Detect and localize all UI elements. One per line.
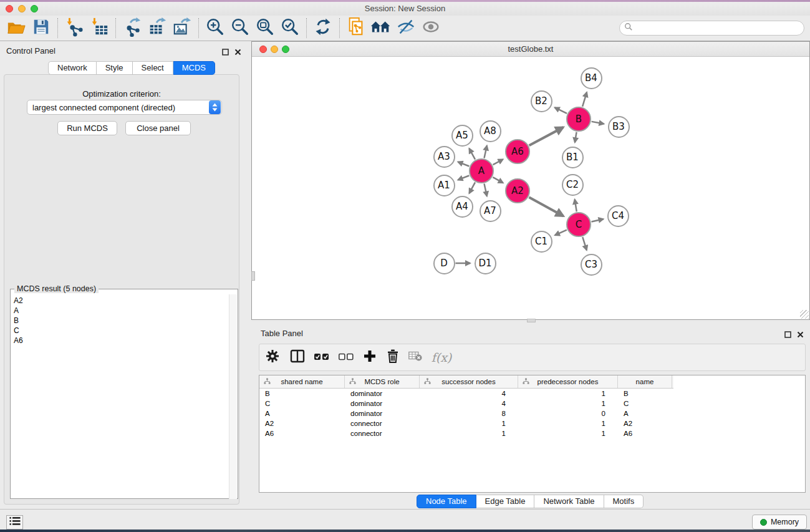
graph-node-B3[interactable]: B3 (608, 116, 630, 138)
float-table-panel-icon[interactable] (784, 329, 791, 341)
edge-B-B3[interactable] (592, 122, 604, 124)
hide-columns-button[interactable] (334, 346, 358, 369)
close-window-button[interactable] (6, 5, 13, 12)
delete-column-button[interactable] (382, 346, 404, 369)
tab-select[interactable]: Select (133, 61, 173, 75)
export-network-button[interactable] (120, 17, 145, 39)
export-image-button[interactable] (170, 17, 195, 39)
graph-node-C4[interactable]: C4 (607, 205, 629, 227)
mcds-result-item[interactable]: A6 (14, 336, 229, 346)
table-row[interactable]: A6connector11A6 (259, 428, 805, 438)
hide-selected-button[interactable] (393, 17, 418, 39)
graph-node-A6[interactable]: A6 (505, 139, 530, 164)
edge-A-A4[interactable] (469, 182, 475, 193)
graph-node-B1[interactable]: B1 (562, 147, 584, 168)
graph-node-C3[interactable]: C3 (581, 254, 602, 276)
tab-network[interactable]: Network (48, 61, 97, 75)
edge-B-B1[interactable] (575, 132, 577, 143)
graph-node-B[interactable]: B (566, 107, 591, 132)
table-row[interactable]: Adominator80A (259, 409, 805, 418)
graph-node-A[interactable]: A (469, 158, 494, 183)
search-input[interactable] (635, 22, 804, 34)
network-zoom-button[interactable] (282, 46, 289, 53)
network-minimize-button[interactable] (271, 46, 278, 53)
zoom-out-button[interactable] (228, 17, 253, 39)
minimize-window-button[interactable] (18, 5, 26, 12)
show-columns-button[interactable] (309, 346, 334, 369)
edge-B-B4[interactable] (582, 92, 587, 107)
tab-edge-table[interactable]: Edge Table (476, 495, 535, 508)
import-network-button[interactable] (62, 17, 87, 39)
delete-table-button[interactable] (404, 346, 427, 369)
table-row[interactable]: A2connector11A2 (259, 418, 805, 428)
splitter-handle[interactable] (527, 319, 536, 322)
edge-A-A5[interactable] (469, 148, 475, 159)
mcds-result-item[interactable]: A2 (14, 296, 229, 306)
tab-node-table[interactable]: Node Table (417, 495, 476, 508)
edge-C-C4[interactable] (591, 219, 603, 221)
edge-A-A1[interactable] (458, 176, 469, 180)
table-row[interactable]: Cdominator41C (259, 399, 805, 409)
mcds-list-scrollbar[interactable] (229, 294, 237, 499)
edge-B-B2[interactable] (555, 107, 567, 113)
close-panel-icon[interactable] (234, 47, 241, 58)
close-panel-button[interactable]: Close panel (125, 121, 191, 135)
split-view-button[interactable] (286, 346, 309, 369)
table-settings-button[interactable] (259, 346, 286, 369)
graph-node-A4[interactable]: A4 (451, 196, 473, 218)
float-panel-icon[interactable] (222, 47, 229, 58)
tab-style[interactable]: Style (97, 61, 133, 75)
edge-A-A3[interactable] (458, 162, 469, 167)
column-header-predecessor-nodes[interactable]: predecessor nodes (518, 375, 618, 388)
column-header-MCDS-role[interactable]: MCDS role (345, 375, 420, 388)
task-history-button[interactable] (6, 515, 23, 530)
function-builder-button[interactable]: f(x) (427, 346, 456, 369)
tab-mcds[interactable]: MCDS (173, 61, 215, 75)
first-neighbors-button[interactable] (369, 17, 393, 39)
network-close-button[interactable] (259, 46, 267, 53)
export-table-button[interactable] (145, 17, 170, 39)
graph-node-A5[interactable]: A5 (451, 125, 473, 147)
graph-node-D[interactable]: D (433, 253, 455, 274)
network-from-selection-button[interactable] (344, 17, 369, 39)
edge-A-A2[interactable] (493, 177, 503, 183)
graph-node-A1[interactable]: A1 (433, 175, 455, 196)
network-canvas[interactable]: B4B2BB3A8A5A6A3B1AA1C2A2A4A7C4CC1C3DD1 (252, 57, 809, 319)
criterion-select[interactable]: largest connected component (directed) (27, 100, 222, 115)
refresh-button[interactable] (311, 17, 335, 39)
open-file-button[interactable] (4, 17, 29, 39)
graph-node-B4[interactable]: B4 (581, 67, 602, 89)
graph-node-C[interactable]: C (566, 212, 591, 237)
table-row[interactable]: Bdominator41B (259, 389, 805, 399)
mcds-result-item[interactable]: A (14, 306, 229, 316)
column-header-name[interactable]: name (618, 375, 672, 388)
zoom-selected-button[interactable] (277, 17, 302, 39)
mcds-result-item[interactable]: B (14, 316, 229, 326)
resize-grip-icon[interactable] (800, 310, 809, 319)
edge-A6-B[interactable] (529, 127, 564, 145)
zoom-window-button[interactable] (31, 5, 38, 12)
graph-node-D1[interactable]: D1 (475, 253, 496, 274)
mcds-result-item[interactable]: C (14, 326, 229, 336)
edge-C-C3[interactable] (582, 237, 587, 250)
graph-node-C1[interactable]: C1 (531, 231, 552, 253)
column-header-successor-nodes[interactable]: successor nodes (420, 375, 518, 388)
column-header-shared-name[interactable]: shared name (259, 375, 345, 388)
graph-node-A7[interactable]: A7 (480, 200, 501, 222)
zoom-fit-button[interactable] (253, 17, 277, 39)
graph-node-A8[interactable]: A8 (480, 120, 501, 142)
run-mcds-button[interactable]: Run MCDS (57, 121, 117, 135)
edge-A-A7[interactable] (484, 184, 486, 196)
add-column-button[interactable] (358, 346, 382, 369)
edge-C-C1[interactable] (555, 230, 567, 236)
show-all-button[interactable] (418, 17, 443, 39)
close-table-panel-icon[interactable] (797, 329, 804, 341)
splitter-handle[interactable] (251, 271, 255, 281)
graph-node-A2[interactable]: A2 (505, 178, 530, 203)
tab-motifs[interactable]: Motifs (604, 495, 644, 508)
import-table-button[interactable] (87, 17, 112, 39)
save-session-button[interactable] (29, 17, 54, 39)
graph-node-A3[interactable]: A3 (433, 146, 455, 168)
tab-network-table[interactable]: Network Table (534, 495, 604, 508)
zoom-in-button[interactable] (203, 17, 228, 39)
